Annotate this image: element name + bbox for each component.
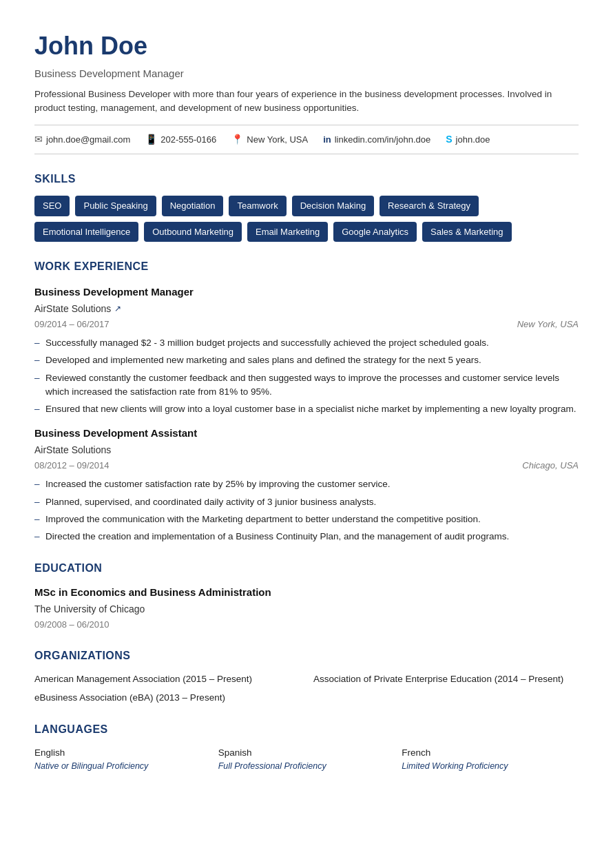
edu-school: The University of Chicago [34, 602, 579, 617]
job-bullets: Successfully managed $2 - 3 million budg… [34, 336, 579, 416]
job-meta: 09/2014 – 06/2017New York, USA [34, 318, 579, 331]
skill-badge: Outbound Marketing [144, 222, 242, 242]
skill-badge: Teamwork [229, 196, 286, 216]
candidate-title: Business Development Manager [34, 66, 579, 82]
org-item: Association of Private Enterprise Educat… [313, 672, 579, 686]
job-bullet: Reviewed constantly the customer feedbac… [34, 371, 579, 400]
edu-dates: 09/2008 – 06/2010 [34, 618, 579, 632]
phone-icon: 📱 [145, 132, 157, 147]
language-item: SpanishFull Professional Proficiency [218, 746, 395, 773]
language-name: English [34, 746, 211, 760]
job-bullet: Increased the customer satisfaction rate… [34, 477, 579, 491]
email-icon: ✉ [34, 132, 43, 147]
job-dates: 08/2012 – 09/2014 [34, 459, 109, 473]
company-name: AirState Solutions [34, 443, 579, 457]
skill-badge: Google Analytics [333, 222, 417, 242]
org-single: eBusiness Association (eBA) (2013 – Pres… [34, 691, 579, 705]
work-experience-heading: WORK EXPERIENCE [34, 258, 579, 275]
job-bullet: Directed the creation and implementation… [34, 530, 579, 544]
organizations-section: ORGANIZATIONS American Management Associ… [34, 648, 579, 705]
skills-container: SEOPublic SpeakingNegotiationTeamworkDec… [34, 196, 579, 242]
job-bullet: Improved the communication with the Mark… [34, 513, 579, 526]
education-section: EDUCATION MSc in Economics and Business … [34, 560, 579, 631]
job-entry: Business Development ManagerAirState Sol… [34, 285, 579, 416]
skype-value: john.doe [456, 133, 490, 147]
job-bullet: Successfully managed $2 - 3 million budg… [34, 336, 579, 350]
work-experience-section: WORK EXPERIENCE Business Development Man… [34, 258, 579, 544]
job-location: Chicago, USA [522, 459, 579, 473]
organizations-heading: ORGANIZATIONS [34, 648, 579, 664]
job-bullet: Ensured that new clients will grow into … [34, 402, 579, 416]
education-entry: MSc in Economics and Business Administra… [34, 585, 579, 631]
email-value: john.doe@gmail.com [46, 133, 130, 147]
phone-value: 202-555-0166 [160, 133, 216, 147]
job-meta: 08/2012 – 09/2014Chicago, USA [34, 459, 579, 473]
location-value: New York, USA [247, 133, 308, 147]
skill-badge: SEO [34, 196, 70, 216]
job-title: Business Development Assistant [34, 426, 579, 442]
candidate-summary: Professional Business Developer with mor… [34, 87, 579, 116]
phone-contact: 📱 202-555-0166 [145, 132, 216, 147]
skill-badge: Sales & Marketing [422, 222, 512, 242]
location-icon: 📍 [231, 132, 243, 147]
job-entry: Business Development AssistantAirState S… [34, 426, 579, 544]
skype-icon: S [446, 132, 452, 147]
skype-contact: S john.doe [446, 132, 490, 147]
location-contact: 📍 New York, USA [231, 132, 308, 147]
candidate-name: John Doe [34, 28, 579, 65]
org-grid: American Management Association (2015 – … [34, 672, 579, 686]
contact-bar: ✉ john.doe@gmail.com 📱 202-555-0166 📍 Ne… [34, 125, 579, 154]
language-item: FrenchLimited Working Proficiency [402, 746, 579, 773]
job-bullet: Developed and implemented new marketing … [34, 353, 579, 367]
education-container: MSc in Economics and Business Administra… [34, 585, 579, 631]
org-item: American Management Association (2015 – … [34, 672, 300, 686]
language-item: EnglishNative or Bilingual Proficiency [34, 746, 211, 773]
job-bullet: Planned, supervised, and coordinated dai… [34, 495, 579, 509]
language-level: Limited Working Proficiency [402, 760, 579, 773]
linkedin-icon: in [323, 133, 331, 147]
skill-badge: Decision Making [292, 196, 374, 216]
job-title: Business Development Manager [34, 285, 579, 300]
skill-badge: Emotional Intelligence [34, 222, 138, 242]
job-location: New York, USA [517, 318, 579, 331]
resume-header: John Doe Business Development Manager Pr… [34, 28, 579, 115]
skills-section: SKILLS SEOPublic SpeakingNegotiationTeam… [34, 171, 579, 242]
language-name: French [402, 746, 579, 760]
language-name: Spanish [218, 746, 395, 760]
languages-grid: EnglishNative or Bilingual ProficiencySp… [34, 746, 579, 773]
external-link-icon: ↗ [114, 302, 121, 315]
language-level: Native or Bilingual Proficiency [34, 760, 211, 773]
skills-heading: SKILLS [34, 171, 579, 187]
skill-badge: Research & Strategy [380, 196, 479, 216]
languages-section: LANGUAGES EnglishNative or Bilingual Pro… [34, 721, 579, 773]
linkedin-value: linkedin.com/in/john.doe [335, 133, 430, 147]
company-name: AirState Solutions↗ [34, 302, 579, 316]
skill-badge: Negotiation [162, 196, 224, 216]
email-contact: ✉ john.doe@gmail.com [34, 132, 130, 147]
language-level: Full Professional Proficiency [218, 760, 395, 773]
job-bullets: Increased the customer satisfaction rate… [34, 477, 579, 544]
linkedin-contact: in linkedin.com/in/john.doe [323, 133, 430, 147]
skill-badge: Public Speaking [75, 196, 156, 216]
education-heading: EDUCATION [34, 560, 579, 577]
languages-heading: LANGUAGES [34, 721, 579, 738]
jobs-container: Business Development ManagerAirState Sol… [34, 285, 579, 544]
edu-degree: MSc in Economics and Business Administra… [34, 585, 579, 601]
skill-badge: Email Marketing [247, 222, 328, 242]
job-dates: 09/2014 – 06/2017 [34, 318, 109, 331]
